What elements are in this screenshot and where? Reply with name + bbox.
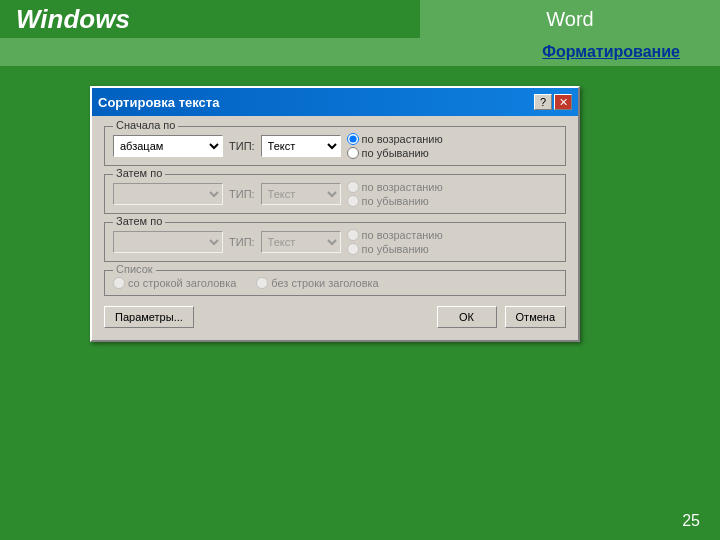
word-title: Word xyxy=(546,8,593,31)
section3-row: ТИП: Текст по возрастанию по убыванию xyxy=(113,229,557,255)
section1-radio-asc[interactable]: по возрастанию xyxy=(347,133,443,145)
help-button[interactable]: ? xyxy=(534,94,552,110)
list-row: со строкой заголовка без строки заголовк… xyxy=(113,277,557,289)
section2-radio-desc: по убыванию xyxy=(347,195,443,207)
section3-radio-group: по возрастанию по убыванию xyxy=(347,229,443,255)
section3-type-label: ТИП: xyxy=(229,236,255,248)
section3-sortby-select[interactable] xyxy=(113,231,223,253)
section2-sortby-select[interactable] xyxy=(113,183,223,205)
page-number: 25 xyxy=(682,512,700,530)
section2-radio-asc: по возрастанию xyxy=(347,181,443,193)
section1-row: абзацам ТИП: Текст по возрастанию по xyxy=(113,133,557,159)
dialog-body: Сначала по абзацам ТИП: Текст по возраст… xyxy=(92,116,578,340)
sort-dialog: Сортировка текста ? ✕ Сначала по абзацам… xyxy=(90,86,580,342)
list-radio-with-header: со строкой заголовка xyxy=(113,277,236,289)
list-section-label: Список xyxy=(113,263,156,275)
section2-group: Затем по ТИП: Текст по возрастанию xyxy=(104,174,566,214)
section3-radio-desc: по убыванию xyxy=(347,243,443,255)
section1-label: Сначала по xyxy=(113,119,178,131)
section2-type-label: ТИП: xyxy=(229,188,255,200)
list-radio-without-header: без строки заголовка xyxy=(256,277,378,289)
section1-sortby-select[interactable]: абзацам xyxy=(113,135,223,157)
section1-type-select[interactable]: Текст xyxy=(261,135,341,157)
windows-title: Windows xyxy=(16,4,130,35)
header-left: Windows xyxy=(0,0,420,38)
subtitle-bar: Форматирование xyxy=(0,38,720,66)
section2-label: Затем по xyxy=(113,167,165,179)
dialog-title-buttons: ? ✕ xyxy=(534,94,572,110)
section2-radio-group: по возрастанию по убыванию xyxy=(347,181,443,207)
section3-group: Затем по ТИП: Текст по возрастанию xyxy=(104,222,566,262)
dialog-titlebar: Сортировка текста ? ✕ xyxy=(92,88,578,116)
buttons-row: Параметры... ОК Отмена xyxy=(104,306,566,328)
section3-label: Затем по xyxy=(113,215,165,227)
section3-radio-asc: по возрастанию xyxy=(347,229,443,241)
section1-type-label: ТИП: xyxy=(229,140,255,152)
section3-type-select[interactable]: Текст xyxy=(261,231,341,253)
section2-row: ТИП: Текст по возрастанию по убыванию xyxy=(113,181,557,207)
ok-button[interactable]: ОК xyxy=(437,306,497,328)
dialog-title: Сортировка текста xyxy=(98,95,219,110)
close-button[interactable]: ✕ xyxy=(554,94,572,110)
section2-type-select[interactable]: Текст xyxy=(261,183,341,205)
list-section: Список со строкой заголовка без строки з… xyxy=(104,270,566,296)
header: Windows Word xyxy=(0,0,720,38)
btns-right: ОК Отмена xyxy=(437,306,566,328)
cancel-button[interactable]: Отмена xyxy=(505,306,566,328)
header-right: Word xyxy=(420,0,720,38)
content-area: Сортировка текста ? ✕ Сначала по абзацам… xyxy=(0,66,720,540)
section1-group: Сначала по абзацам ТИП: Текст по возраст… xyxy=(104,126,566,166)
section1-radio-group: по возрастанию по убыванию xyxy=(347,133,443,159)
subtitle-text: Форматирование xyxy=(542,43,680,61)
params-button[interactable]: Параметры... xyxy=(104,306,194,328)
section1-radio-desc[interactable]: по убыванию xyxy=(347,147,443,159)
